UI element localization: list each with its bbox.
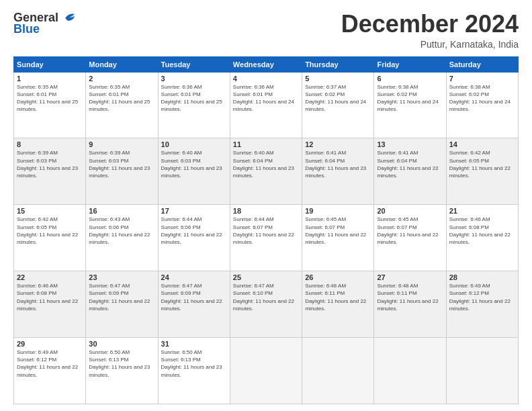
- header-monday: Monday: [86, 56, 158, 72]
- logo-blue: Blue: [13, 22, 40, 36]
- day-info: Sunrise: 6:47 AM Sunset: 6:10 PM Dayligh…: [233, 282, 299, 312]
- weekday-header-row: Sunday Monday Tuesday Wednesday Thursday…: [14, 56, 519, 72]
- empty-cell: [302, 338, 374, 404]
- day-info: Sunrise: 6:38 AM Sunset: 6:02 PM Dayligh…: [377, 83, 443, 113]
- day-info: Sunrise: 6:48 AM Sunset: 6:11 PM Dayligh…: [377, 282, 443, 312]
- logo-bird-icon: [60, 11, 77, 25]
- day-info: Sunrise: 6:47 AM Sunset: 6:09 PM Dayligh…: [161, 282, 227, 312]
- header-tuesday: Tuesday: [158, 56, 230, 72]
- main-container: General Blue December 2024 Puttur, Karna…: [0, 0, 532, 411]
- day-cell-15: 15 Sunrise: 6:42 AM Sunset: 6:05 PM Dayl…: [14, 205, 86, 271]
- day-number: 28: [449, 273, 515, 281]
- day-info: Sunrise: 6:49 AM Sunset: 6:12 PM Dayligh…: [17, 349, 83, 379]
- day-number: 22: [17, 273, 83, 281]
- day-info: Sunrise: 6:35 AM Sunset: 6:01 PM Dayligh…: [17, 83, 83, 113]
- month-title: December 2024: [341, 11, 519, 38]
- day-cell-24: 24 Sunrise: 6:47 AM Sunset: 6:09 PM Dayl…: [158, 271, 230, 338]
- day-number: 10: [161, 140, 227, 148]
- day-info: Sunrise: 6:44 AM Sunset: 6:06 PM Dayligh…: [161, 216, 227, 246]
- calendar-week-row: 8 Sunrise: 6:39 AM Sunset: 6:03 PM Dayli…: [14, 138, 519, 205]
- day-info: Sunrise: 6:36 AM Sunset: 6:01 PM Dayligh…: [161, 83, 227, 113]
- day-cell-3: 3 Sunrise: 6:36 AM Sunset: 6:01 PM Dayli…: [158, 72, 230, 138]
- day-cell-20: 20 Sunrise: 6:45 AM Sunset: 6:07 PM Dayl…: [374, 205, 446, 271]
- day-number: 16: [89, 207, 154, 215]
- day-cell-18: 18 Sunrise: 6:44 AM Sunset: 6:07 PM Dayl…: [230, 205, 302, 271]
- header-wednesday: Wednesday: [230, 56, 302, 72]
- day-cell-31: 31 Sunrise: 6:50 AM Sunset: 6:13 PM Dayl…: [158, 338, 230, 404]
- day-number: 6: [377, 75, 443, 83]
- day-number: 20: [377, 207, 443, 215]
- day-cell-8: 8 Sunrise: 6:39 AM Sunset: 6:03 PM Dayli…: [14, 138, 86, 205]
- day-cell-4: 4 Sunrise: 6:36 AM Sunset: 6:01 PM Dayli…: [230, 72, 302, 138]
- empty-cell: [446, 338, 518, 404]
- calendar-week-row: 1 Sunrise: 6:35 AM Sunset: 6:01 PM Dayli…: [14, 72, 519, 138]
- day-cell-2: 2 Sunrise: 6:35 AM Sunset: 6:01 PM Dayli…: [86, 72, 158, 138]
- day-info: Sunrise: 6:40 AM Sunset: 6:04 PM Dayligh…: [233, 149, 299, 179]
- day-info: Sunrise: 6:38 AM Sunset: 6:02 PM Dayligh…: [449, 83, 515, 113]
- location: Puttur, Karnataka, India: [341, 39, 519, 50]
- empty-cell: [230, 338, 302, 404]
- day-cell-17: 17 Sunrise: 6:44 AM Sunset: 6:06 PM Dayl…: [158, 205, 230, 271]
- day-cell-19: 19 Sunrise: 6:45 AM Sunset: 6:07 PM Dayl…: [302, 205, 374, 271]
- day-cell-27: 27 Sunrise: 6:48 AM Sunset: 6:11 PM Dayl…: [374, 271, 446, 338]
- day-cell-21: 21 Sunrise: 6:46 AM Sunset: 6:08 PM Dayl…: [446, 205, 518, 271]
- day-number: 29: [17, 340, 83, 348]
- day-cell-11: 11 Sunrise: 6:40 AM Sunset: 6:04 PM Dayl…: [230, 138, 302, 205]
- day-number: 9: [89, 140, 154, 148]
- day-info: Sunrise: 6:48 AM Sunset: 6:11 PM Dayligh…: [305, 282, 371, 312]
- day-number: 17: [161, 207, 227, 215]
- calendar-table: Sunday Monday Tuesday Wednesday Thursday…: [13, 56, 519, 404]
- calendar-week-row: 29 Sunrise: 6:49 AM Sunset: 6:12 PM Dayl…: [14, 338, 519, 404]
- day-cell-9: 9 Sunrise: 6:39 AM Sunset: 6:03 PM Dayli…: [86, 138, 158, 205]
- day-info: Sunrise: 6:35 AM Sunset: 6:01 PM Dayligh…: [89, 83, 154, 113]
- logo: General Blue: [13, 11, 77, 36]
- day-number: 8: [17, 140, 83, 148]
- day-number: 23: [89, 273, 154, 281]
- day-info: Sunrise: 6:39 AM Sunset: 6:03 PM Dayligh…: [89, 149, 154, 179]
- day-cell-7: 7 Sunrise: 6:38 AM Sunset: 6:02 PM Dayli…: [446, 72, 518, 138]
- day-number: 21: [449, 207, 515, 215]
- day-number: 15: [17, 207, 83, 215]
- day-cell-16: 16 Sunrise: 6:43 AM Sunset: 6:06 PM Dayl…: [86, 205, 158, 271]
- day-cell-25: 25 Sunrise: 6:47 AM Sunset: 6:10 PM Dayl…: [230, 271, 302, 338]
- day-number: 30: [89, 340, 154, 348]
- day-cell-10: 10 Sunrise: 6:40 AM Sunset: 6:03 PM Dayl…: [158, 138, 230, 205]
- day-number: 31: [161, 340, 227, 348]
- day-cell-30: 30 Sunrise: 6:50 AM Sunset: 6:13 PM Dayl…: [86, 338, 158, 404]
- day-info: Sunrise: 6:46 AM Sunset: 6:08 PM Dayligh…: [449, 216, 515, 246]
- day-number: 7: [449, 75, 515, 83]
- day-cell-5: 5 Sunrise: 6:37 AM Sunset: 6:02 PM Dayli…: [302, 72, 374, 138]
- day-cell-22: 22 Sunrise: 6:46 AM Sunset: 6:08 PM Dayl…: [14, 271, 86, 338]
- day-number: 1: [17, 75, 83, 83]
- header-friday: Friday: [374, 56, 446, 72]
- day-info: Sunrise: 6:45 AM Sunset: 6:07 PM Dayligh…: [305, 216, 371, 246]
- calendar-week-row: 22 Sunrise: 6:46 AM Sunset: 6:08 PM Dayl…: [14, 271, 519, 338]
- day-number: 11: [233, 140, 299, 148]
- day-info: Sunrise: 6:40 AM Sunset: 6:03 PM Dayligh…: [161, 149, 227, 179]
- day-cell-26: 26 Sunrise: 6:48 AM Sunset: 6:11 PM Dayl…: [302, 271, 374, 338]
- day-number: 18: [233, 207, 299, 215]
- day-cell-23: 23 Sunrise: 6:47 AM Sunset: 6:09 PM Dayl…: [86, 271, 158, 338]
- day-number: 14: [449, 140, 515, 148]
- empty-cell: [374, 338, 446, 404]
- header-saturday: Saturday: [446, 56, 518, 72]
- day-number: 12: [305, 140, 371, 148]
- day-info: Sunrise: 6:45 AM Sunset: 6:07 PM Dayligh…: [377, 216, 443, 246]
- day-info: Sunrise: 6:43 AM Sunset: 6:06 PM Dayligh…: [89, 216, 154, 246]
- day-info: Sunrise: 6:49 AM Sunset: 6:12 PM Dayligh…: [449, 282, 515, 312]
- day-info: Sunrise: 6:50 AM Sunset: 6:13 PM Dayligh…: [161, 349, 227, 379]
- day-info: Sunrise: 6:36 AM Sunset: 6:01 PM Dayligh…: [233, 83, 299, 113]
- day-cell-1: 1 Sunrise: 6:35 AM Sunset: 6:01 PM Dayli…: [14, 72, 86, 138]
- day-number: 5: [305, 75, 371, 83]
- day-number: 24: [161, 273, 227, 281]
- day-number: 27: [377, 273, 443, 281]
- day-cell-12: 12 Sunrise: 6:41 AM Sunset: 6:04 PM Dayl…: [302, 138, 374, 205]
- header-sunday: Sunday: [14, 56, 86, 72]
- day-info: Sunrise: 6:47 AM Sunset: 6:09 PM Dayligh…: [89, 282, 154, 312]
- day-number: 25: [233, 273, 299, 281]
- day-number: 19: [305, 207, 371, 215]
- day-info: Sunrise: 6:46 AM Sunset: 6:08 PM Dayligh…: [17, 282, 83, 312]
- day-cell-14: 14 Sunrise: 6:42 AM Sunset: 6:05 PM Dayl…: [446, 138, 518, 205]
- day-info: Sunrise: 6:42 AM Sunset: 6:05 PM Dayligh…: [17, 216, 83, 246]
- day-number: 13: [377, 140, 443, 148]
